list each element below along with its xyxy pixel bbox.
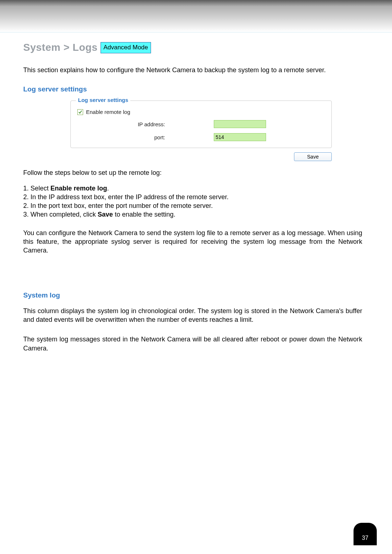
fieldset-legend: Log server settings <box>76 97 130 103</box>
port-input[interactable] <box>214 133 266 141</box>
save-button[interactable]: Save <box>294 152 332 161</box>
port-label: port: <box>77 134 168 140</box>
log-server-settings-panel: Log server settings Enable remote log IP… <box>70 100 332 161</box>
step-3: 2. In the port text box, enter the port … <box>23 201 362 210</box>
section-log-server-settings-title: Log server settings <box>23 85 362 93</box>
log-server-settings-fieldset: Log server settings Enable remote log IP… <box>70 100 332 148</box>
page-content: System > Logs Advanced Mode This section… <box>23 42 362 364</box>
step-4-prefix: 3. When completed, click <box>23 211 98 218</box>
system-log-p2: The system log messages stored in the Ne… <box>23 335 362 353</box>
port-row: port: <box>77 133 325 141</box>
intro-paragraph: This section explains how to configure t… <box>23 66 362 74</box>
post-steps-paragraph: You can configure the Network Camera to … <box>23 229 362 255</box>
enable-remote-log-checkbox[interactable] <box>77 109 83 115</box>
step-2: 2. In the IP address text box, enter the… <box>23 193 362 201</box>
page-header-gradient <box>0 0 392 33</box>
enable-remote-log-row: Enable remote log <box>77 109 325 115</box>
system-log-p1: This column displays the system log in c… <box>23 307 362 324</box>
ip-address-row: IP address: <box>77 120 325 128</box>
step-1-bold: Enable remote log <box>50 185 107 192</box>
enable-remote-log-label: Enable remote log <box>86 109 130 115</box>
step-1-suffix: . <box>107 185 109 192</box>
checkmark-icon <box>78 110 82 114</box>
page-number-tab: 37 <box>354 523 377 545</box>
breadcrumb: System > Logs <box>23 42 98 53</box>
step-4-bold: Save <box>98 211 113 218</box>
ip-address-input[interactable] <box>214 120 266 128</box>
mode-badge: Advanced Mode <box>101 42 151 53</box>
ip-address-label: IP address: <box>77 121 168 127</box>
page-number: 37 <box>362 535 368 541</box>
steps-list: 1. Select Enable remote log. 2. In the I… <box>23 184 362 219</box>
step-4-suffix: to enable the setting. <box>113 211 175 218</box>
step-1: 1. Select Enable remote log. <box>23 184 362 193</box>
step-1-prefix: 1. Select <box>23 185 50 192</box>
step-4: 3. When completed, click Save to enable … <box>23 210 362 219</box>
steps-intro: Follow the steps below to set up the rem… <box>23 168 362 177</box>
section-system-log-title: System log <box>23 291 362 299</box>
